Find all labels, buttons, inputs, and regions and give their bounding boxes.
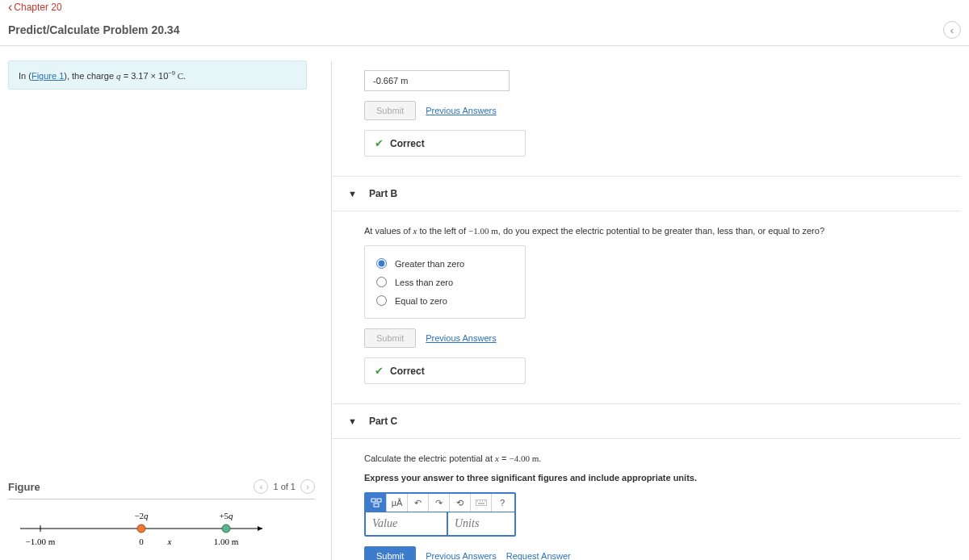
- part-a-correct-box: ✔ Correct: [364, 130, 526, 157]
- radio-less[interactable]: [376, 277, 387, 287]
- svg-point-5: [137, 524, 145, 533]
- part-c-submit-button[interactable]: Submit: [364, 546, 416, 560]
- problem-intro: In (Figure 1), the charge q = 3.17 × 10−…: [8, 61, 307, 90]
- part-b-title: Part B: [369, 188, 397, 199]
- prev-problem-button[interactable]: ‹: [943, 21, 961, 39]
- back-link[interactable]: Chapter 20: [8, 0, 62, 15]
- option-greater-label: Greater than zero: [395, 259, 464, 269]
- svg-rect-13: [371, 499, 375, 502]
- figure-next-button[interactable]: ›: [300, 479, 315, 494]
- part-b-question: At values of x to the left of −1.00 m, d…: [364, 226, 961, 236]
- svg-rect-16: [476, 499, 487, 506]
- figure-prev-button[interactable]: ‹: [254, 479, 268, 494]
- figure-panel: Figure ‹ 1 of 1 › −1.00 m 0 1.00 m x: [8, 474, 315, 560]
- part-a-previous-answers-link[interactable]: Previous Answers: [426, 106, 496, 115]
- intro-mid: ), the charge: [64, 71, 116, 81]
- radio-greater[interactable]: [376, 258, 387, 269]
- check-icon: ✔: [375, 137, 384, 149]
- svg-marker-1: [258, 526, 262, 531]
- page-title: Predict/Calculate Problem 20.34: [8, 23, 179, 36]
- figure-link[interactable]: Figure 1: [31, 71, 64, 81]
- part-a-answer: -0.667 m: [364, 70, 510, 91]
- reset-icon[interactable]: ⟲: [450, 494, 471, 512]
- intro-eq: = 3.17 × 10: [121, 71, 169, 81]
- part-b-options: Greater than zero Less than zero Equal t…: [364, 245, 526, 319]
- figure-diagram: −1.00 m 0 1.00 m x −2q +5q: [8, 509, 275, 558]
- undo-icon[interactable]: ↶: [408, 494, 429, 512]
- svg-text:0: 0: [139, 537, 144, 546]
- part-b-header[interactable]: ▼ Part B: [332, 176, 961, 211]
- svg-rect-15: [374, 504, 379, 507]
- part-c-instruction: Express your answer to three significant…: [364, 473, 961, 483]
- option-equal-label: Equal to zero: [395, 296, 447, 306]
- value-input[interactable]: [366, 512, 447, 535]
- part-c-request-answer-link[interactable]: Request Answer: [506, 551, 571, 560]
- intro-exp: −9: [168, 69, 175, 77]
- svg-text:1.00 m: 1.00 m: [214, 537, 239, 546]
- redo-icon[interactable]: ↷: [429, 494, 450, 512]
- template-icon[interactable]: [366, 494, 387, 512]
- svg-point-6: [222, 524, 230, 533]
- svg-text:−2q: −2q: [134, 511, 149, 520]
- part-b-correct-text: Correct: [390, 366, 425, 377]
- part-c-input-widget: μÅ ↶ ↷ ⟲ ?: [364, 492, 516, 537]
- svg-text:+5q: +5q: [219, 511, 233, 520]
- part-b-correct-box: ✔ Correct: [364, 357, 526, 384]
- caret-down-icon: ▼: [348, 416, 357, 426]
- intro-prefix: In (: [19, 71, 31, 81]
- part-b-previous-answers-link[interactable]: Previous Answers: [426, 333, 496, 343]
- option-less[interactable]: Less than zero: [376, 273, 514, 291]
- figure-title: Figure: [8, 481, 40, 493]
- units-icon[interactable]: μÅ: [387, 494, 408, 512]
- part-c-question: Calculate the electric potential at x = …: [364, 453, 961, 463]
- figure-counter: 1 of 1: [273, 482, 296, 491]
- option-equal[interactable]: Equal to zero: [376, 291, 514, 310]
- intro-unit: C.: [175, 71, 186, 81]
- caret-down-icon: ▼: [348, 189, 357, 199]
- units-input[interactable]: [447, 512, 514, 535]
- part-c-header[interactable]: ▼ Part C: [332, 403, 961, 439]
- help-icon[interactable]: ?: [492, 494, 513, 512]
- radio-equal[interactable]: [376, 295, 387, 306]
- part-c-previous-answers-link[interactable]: Previous Answers: [426, 551, 496, 560]
- svg-text:−1.00 m: −1.00 m: [26, 537, 56, 546]
- svg-rect-14: [377, 499, 381, 502]
- option-greater[interactable]: Greater than zero: [376, 254, 514, 273]
- svg-text:x: x: [167, 537, 172, 546]
- check-icon: ✔: [375, 365, 384, 377]
- part-c-title: Part C: [369, 416, 397, 427]
- keyboard-icon[interactable]: [471, 494, 492, 512]
- option-less-label: Less than zero: [395, 278, 453, 287]
- part-a-correct-text: Correct: [390, 138, 425, 149]
- part-a-submit-button: Submit: [364, 101, 416, 120]
- part-b-submit-button: Submit: [364, 328, 416, 348]
